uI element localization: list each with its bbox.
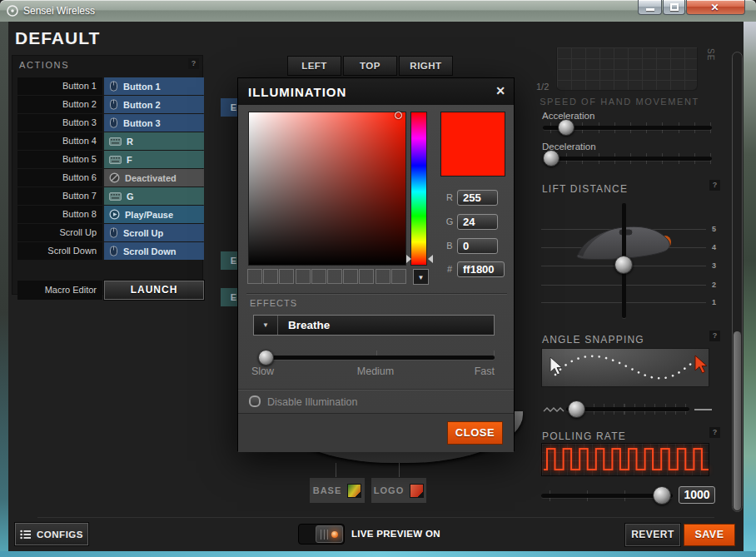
binding-button[interactable]: Scroll Up — [104, 224, 204, 241]
save-button[interactable]: SAVE — [684, 524, 735, 546]
maximize-button[interactable] — [663, 0, 685, 15]
binding-button[interactable]: Play/Pause — [104, 206, 204, 223]
b-input[interactable] — [457, 238, 498, 254]
actions-help-button[interactable]: ? — [188, 58, 199, 69]
disable-illumination-label: Disable Illumination — [267, 396, 357, 408]
r-label: R — [445, 192, 454, 202]
window-title: Sensei Wireless — [23, 5, 95, 17]
saved-color-swatch[interactable] — [391, 269, 406, 284]
dialog-close-button[interactable]: CLOSE — [447, 421, 503, 445]
mouse-callout-button-partial[interactable]: E — [221, 288, 239, 306]
r-input[interactable] — [457, 190, 498, 206]
binding-button[interactable]: G — [104, 187, 204, 205]
saved-color-swatch[interactable] — [327, 269, 342, 284]
saved-color-swatch[interactable] — [311, 269, 326, 284]
configs-button[interactable]: CONFIGS — [15, 523, 88, 545]
deceleration-slider-track[interactable] — [543, 157, 712, 161]
revert-button[interactable]: REVERT — [625, 524, 680, 546]
lift-level-number: 5 — [712, 225, 722, 233]
base-label: BASE — [313, 485, 342, 495]
dialog-close-icon[interactable]: ✕ — [495, 84, 505, 97]
lift-distance-help-button[interactable]: ? — [709, 180, 720, 191]
angle-snapping-preview — [541, 348, 709, 387]
binding-label: F — [127, 155, 132, 165]
angle-snapping-slider-knob[interactable] — [568, 400, 585, 418]
scrollbar-thumb[interactable] — [734, 331, 741, 510]
action-label: Button 1 — [17, 77, 102, 95]
action-label: Button 7 — [17, 187, 102, 205]
base-color-button[interactable]: BASE — [310, 478, 365, 503]
live-preview-toggle[interactable] — [298, 524, 345, 545]
binding-label: Button 1 — [123, 82, 161, 92]
live-preview-label: LIVE PREVIEW ON — [351, 529, 440, 539]
binding-button[interactable]: Button 1 — [104, 77, 204, 95]
effect-select[interactable]: ▼ Breathe — [253, 315, 495, 336]
keyboard-icon — [109, 137, 122, 146]
polling-rate-help-button[interactable]: ? — [709, 427, 720, 438]
tab-left[interactable]: LEFT — [287, 56, 341, 76]
tab-right[interactable]: RIGHT — [399, 56, 453, 76]
angle-snapping-help-button[interactable]: ? — [709, 331, 720, 341]
speed-label-slow: Slow — [251, 366, 274, 377]
close-button[interactable]: ✕ — [686, 0, 745, 15]
app-surface: DEFAULT ACTIONS ? Button 1Button 1Button… — [8, 22, 744, 551]
tab-top[interactable]: TOP — [343, 56, 397, 76]
mouse-callout-button-partial[interactable]: E — [221, 251, 239, 270]
polling-rate-title: POLLING RATE — [542, 430, 626, 442]
minimize-button[interactable] — [638, 0, 662, 15]
acceleration-slider-knob[interactable] — [558, 119, 574, 136]
grip-icon — [321, 530, 328, 540]
action-label: Button 6 — [17, 169, 102, 186]
lift-level-number: 2 — [712, 281, 722, 289]
dialog-footer: CLOSE — [238, 413, 514, 452]
color-preview-swatch — [440, 112, 505, 177]
slider-tick — [376, 351, 377, 356]
logo-callout-line — [399, 463, 400, 477]
action-label: Button 8 — [17, 206, 102, 223]
launch-macro-editor-button[interactable]: LAUNCH — [104, 281, 204, 300]
effect-speed-slider-knob[interactable] — [258, 350, 274, 366]
saved-color-swatch[interactable] — [296, 269, 311, 284]
saved-color-swatch[interactable] — [263, 269, 278, 284]
disable-illumination-checkbox[interactable] — [249, 395, 261, 407]
saturation-value-picker[interactable] — [248, 112, 406, 266]
logo-color-button[interactable]: LOGO — [371, 478, 426, 503]
macro-editor-label: Macro Editor — [17, 281, 102, 300]
binding-label: Button 3 — [123, 118, 161, 128]
effect-speed-slider-track[interactable] — [259, 356, 495, 360]
window-border-right — [744, 22, 756, 551]
hex-input[interactable] — [457, 261, 505, 277]
mouse-callout-button-partial[interactable]: E — [221, 98, 239, 117]
keyboard-icon — [109, 156, 122, 164]
saved-color-swatch[interactable] — [279, 269, 294, 284]
g-input[interactable] — [457, 214, 498, 230]
binding-button[interactable]: R — [104, 132, 204, 150]
action-label: Button 2 — [17, 96, 102, 113]
g-label: G — [445, 216, 454, 226]
minimize-icon — [646, 8, 654, 11]
hex-label: # — [445, 264, 454, 274]
color-picker-cursor[interactable] — [395, 112, 402, 119]
binding-button[interactable]: Deactivated — [104, 169, 204, 186]
graph-fraction-label: 1/2 — [536, 82, 549, 92]
b-label: B — [445, 241, 454, 251]
binding-button[interactable]: F — [104, 151, 204, 168]
lift-distance-slider-knob[interactable] — [614, 256, 633, 274]
binding-button[interactable]: Scroll Down — [104, 242, 204, 260]
saved-color-swatch[interactable] — [359, 269, 374, 284]
binding-button[interactable]: Button 2 — [104, 96, 204, 113]
footer-divider — [37, 517, 714, 518]
saved-color-swatch[interactable] — [343, 269, 358, 284]
hue-slider[interactable] — [410, 112, 427, 266]
deactivated-icon — [109, 172, 120, 183]
mouse-icon — [109, 227, 118, 238]
binding-button[interactable]: Button 3 — [104, 114, 204, 132]
swatch-dropdown-button[interactable]: ▼ — [413, 269, 429, 285]
saved-color-swatch[interactable] — [376, 269, 390, 284]
saved-color-swatch[interactable] — [247, 269, 262, 284]
configs-label: CONFIGS — [37, 530, 83, 540]
polling-rate-slider-knob[interactable] — [653, 486, 671, 505]
base-color-swatch-icon — [347, 484, 361, 498]
deceleration-slider-knob[interactable] — [543, 150, 560, 167]
binding-label: Deactivated — [125, 173, 177, 183]
